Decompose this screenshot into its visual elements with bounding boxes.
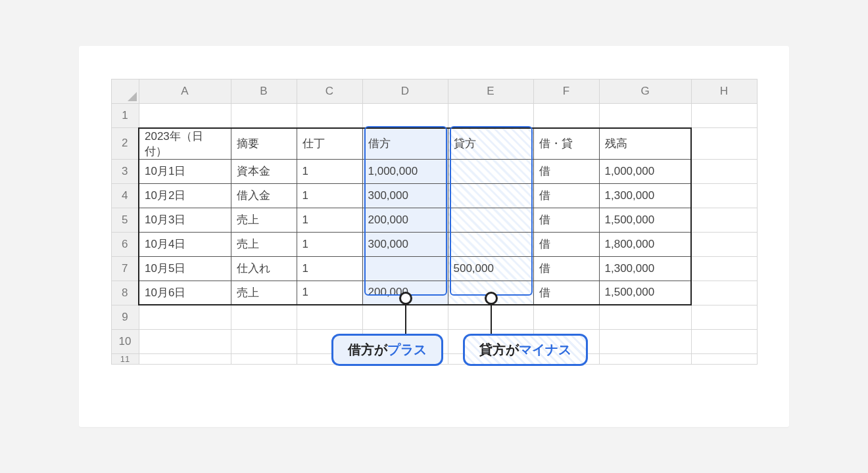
header-ref[interactable]: 仕丁 — [297, 128, 362, 160]
cell[interactable] — [691, 104, 757, 128]
col-header-A[interactable]: A — [139, 79, 231, 104]
cell[interactable] — [691, 256, 757, 281]
cell[interactable] — [691, 183, 757, 208]
cell[interactable] — [691, 353, 757, 364]
cell-drcr[interactable]: 借 — [533, 281, 599, 305]
cell-balance[interactable]: 1,300,000 — [599, 183, 691, 208]
callout-debit: 借方がプラス — [331, 334, 443, 366]
cell-drcr[interactable]: 借 — [533, 183, 599, 208]
col-header-B[interactable]: B — [231, 79, 297, 104]
header-debit[interactable]: 借方 — [362, 128, 448, 160]
cell[interactable] — [448, 104, 533, 128]
col-header-D[interactable]: D — [362, 79, 448, 104]
row-header-1[interactable]: 1 — [111, 104, 139, 128]
cell-credit[interactable]: 500,000 — [448, 256, 533, 281]
cell-balance[interactable]: 1,800,000 — [599, 232, 691, 256]
cell-credit[interactable] — [448, 208, 533, 232]
cell[interactable] — [599, 329, 691, 353]
cell-date[interactable]: 10月5日 — [139, 256, 231, 281]
cell-ref[interactable]: 1 — [297, 256, 362, 281]
cell-date[interactable]: 10月6日 — [139, 281, 231, 305]
cell[interactable] — [691, 329, 757, 353]
row-header-2[interactable]: 2 — [111, 128, 139, 160]
row-header-6[interactable]: 6 — [111, 232, 139, 256]
cell[interactable] — [533, 305, 599, 329]
cell[interactable] — [691, 305, 757, 329]
cell[interactable] — [231, 305, 297, 329]
cell-credit[interactable] — [448, 232, 533, 256]
cell-balance[interactable]: 1,500,000 — [599, 208, 691, 232]
cell-ref[interactable]: 1 — [297, 232, 362, 256]
cell-drcr[interactable]: 借 — [533, 159, 599, 183]
cell[interactable] — [599, 104, 691, 128]
cell-summary[interactable]: 売上 — [231, 232, 297, 256]
cell-balance[interactable]: 1,300,000 — [599, 256, 691, 281]
header-credit[interactable]: 貸方 — [448, 128, 533, 160]
cell-credit[interactable] — [448, 159, 533, 183]
cell-debit[interactable]: 300,000 — [362, 183, 448, 208]
header-drcr[interactable]: 借・貸 — [533, 128, 599, 160]
header-balance[interactable]: 残高 — [599, 128, 691, 160]
cell-drcr[interactable]: 借 — [533, 232, 599, 256]
cell[interactable] — [231, 353, 297, 364]
select-all-corner[interactable] — [111, 79, 139, 104]
row-header-3[interactable]: 3 — [111, 159, 139, 183]
cell-summary[interactable]: 借入金 — [231, 183, 297, 208]
cell-date[interactable]: 10月3日 — [139, 208, 231, 232]
cell-debit[interactable]: 300,000 — [362, 232, 448, 256]
callout-row: 借方がプラス 貸方がマイナス — [331, 334, 588, 366]
cell[interactable] — [139, 329, 231, 353]
cell[interactable] — [297, 104, 362, 128]
cell[interactable] — [297, 305, 362, 329]
cell-ref[interactable]: 1 — [297, 183, 362, 208]
cell-date[interactable]: 10月4日 — [139, 232, 231, 256]
cell[interactable] — [231, 104, 297, 128]
cell-date[interactable]: 10月1日 — [139, 159, 231, 183]
cell[interactable] — [139, 104, 231, 128]
cell[interactable] — [231, 329, 297, 353]
col-header-E[interactable]: E — [448, 79, 533, 104]
cell-balance[interactable]: 1,500,000 — [599, 281, 691, 305]
cell[interactable] — [691, 208, 757, 232]
connector-debit — [405, 298, 407, 334]
cell-summary[interactable]: 売上 — [231, 208, 297, 232]
col-header-H[interactable]: H — [691, 79, 757, 104]
row-header-5[interactable]: 5 — [111, 208, 139, 232]
cell-drcr[interactable]: 借 — [533, 208, 599, 232]
cell[interactable] — [533, 104, 599, 128]
cell[interactable] — [599, 353, 691, 364]
cell[interactable] — [139, 353, 231, 364]
cell[interactable] — [691, 232, 757, 256]
cell-ref[interactable]: 1 — [297, 281, 362, 305]
col-header-G[interactable]: G — [599, 79, 691, 104]
row-header-9[interactable]: 9 — [111, 305, 139, 329]
row-header-10[interactable]: 10 — [111, 329, 139, 353]
col-header-C[interactable]: C — [297, 79, 362, 104]
cell-date[interactable]: 10月2日 — [139, 183, 231, 208]
cell-credit[interactable] — [448, 183, 533, 208]
row-header-8[interactable]: 8 — [111, 281, 139, 305]
cell-summary[interactable]: 仕入れ — [231, 256, 297, 281]
row-header-7[interactable]: 7 — [111, 256, 139, 281]
row-header-4[interactable]: 4 — [111, 183, 139, 208]
cell-drcr[interactable]: 借 — [533, 256, 599, 281]
col-header-F[interactable]: F — [533, 79, 599, 104]
cell-debit[interactable] — [362, 256, 448, 281]
cell-debit[interactable]: 200,000 — [362, 208, 448, 232]
cell-balance[interactable]: 1,000,000 — [599, 159, 691, 183]
cell[interactable] — [691, 128, 757, 160]
cell-ref[interactable]: 1 — [297, 208, 362, 232]
cell-ref[interactable]: 1 — [297, 159, 362, 183]
cell[interactable] — [691, 281, 757, 305]
cell-debit[interactable]: 1,000,000 — [362, 159, 448, 183]
cell-summary[interactable]: 資本金 — [231, 159, 297, 183]
header-summary[interactable]: 摘要 — [231, 128, 297, 160]
cell-summary[interactable]: 売上 — [231, 281, 297, 305]
illustration-card: A B C D E F G H 1 2 2023年（日付） 摘要 仕丁 借方 — [79, 46, 789, 427]
cell[interactable] — [139, 305, 231, 329]
cell[interactable] — [362, 104, 448, 128]
row-header-11[interactable]: 11 — [111, 353, 139, 364]
header-date[interactable]: 2023年（日付） — [139, 128, 231, 160]
cell[interactable] — [599, 305, 691, 329]
cell[interactable] — [691, 159, 757, 183]
